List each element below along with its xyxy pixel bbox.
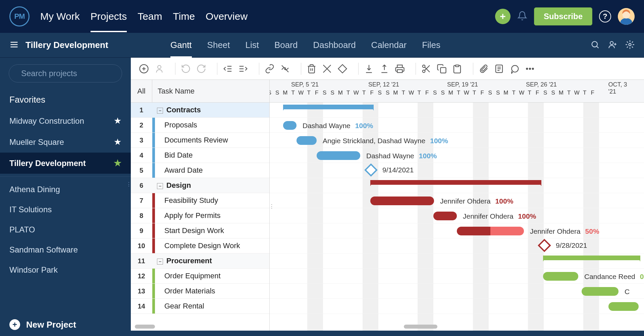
more-icon[interactable]	[525, 64, 535, 74]
assign-icon[interactable]	[154, 64, 164, 74]
diamond-icon[interactable]	[337, 64, 347, 74]
star-icon[interactable]: ★	[114, 116, 121, 126]
undo-icon[interactable]	[181, 64, 191, 74]
star-icon[interactable]: ★	[114, 158, 121, 168]
panel-resize-handle[interactable]: ⋮	[270, 203, 274, 210]
sidebar-item-athena-dining[interactable]: Athena Dining	[0, 179, 131, 200]
indent-icon[interactable]	[238, 64, 248, 74]
chart-scroll-thumb[interactable]	[404, 325, 437, 329]
task-row[interactable]: 1−Contracts	[131, 103, 269, 118]
topnav-team[interactable]: Team	[138, 1, 162, 32]
settings-icon[interactable]	[625, 40, 635, 51]
add-task-icon[interactable]	[139, 64, 149, 74]
unlink-icon[interactable]	[280, 64, 290, 74]
tab-files[interactable]: Files	[422, 33, 440, 58]
user-avatar[interactable]	[618, 8, 635, 25]
task-row[interactable]: 14Gear Rental	[131, 299, 269, 314]
milestone[interactable]	[538, 239, 551, 252]
summary-bar[interactable]	[543, 256, 640, 260]
tab-gantt[interactable]: Gantt	[170, 33, 192, 58]
cut-icon[interactable]	[421, 64, 431, 74]
summary-bar[interactable]	[370, 180, 541, 185]
topnav-projects[interactable]: Projects	[91, 1, 127, 32]
task-bar[interactable]: Dashad Wayne100%	[317, 151, 360, 160]
task-bar[interactable]: Jennifer Ohdera100%	[433, 212, 457, 220]
delete-icon[interactable]	[307, 64, 317, 74]
topnav-my-work[interactable]: My Work	[40, 1, 80, 32]
task-bar[interactable]: Angie Strickland, Dashad Wayne100%	[297, 136, 317, 145]
star-icon[interactable]: ★	[114, 137, 121, 147]
milestone[interactable]	[364, 163, 378, 177]
print-icon[interactable]	[395, 64, 405, 74]
global-add-button[interactable]	[495, 9, 511, 24]
attachment-icon[interactable]	[479, 64, 489, 74]
task-bar[interactable]: C	[582, 287, 619, 296]
sidebar-item-it-solutions[interactable]: IT Solutions	[0, 200, 131, 220]
new-project-button[interactable]: + New Project	[0, 313, 131, 336]
sidebar-item-mueller-square[interactable]: Mueller Square★	[0, 131, 131, 153]
task-row[interactable]: 9Start Design Work	[131, 223, 269, 238]
collapse-icon[interactable]: −	[157, 259, 163, 265]
task-row[interactable]: 13Order Materials	[131, 284, 269, 299]
chart-row: Dashad Wayne100%	[270, 148, 644, 163]
task-row[interactable]: 2Proposals	[131, 118, 269, 133]
topnav-overview[interactable]: Overview	[206, 1, 248, 32]
collapse-icon[interactable]: −	[157, 108, 163, 114]
add-user-icon[interactable]	[608, 40, 617, 51]
day-label: M	[392, 90, 400, 102]
import-icon[interactable]	[364, 64, 374, 74]
link-icon[interactable]	[265, 64, 275, 74]
task-scroll-thumb[interactable]	[135, 325, 155, 329]
task-row[interactable]: 10Complete Design Work	[131, 238, 269, 254]
sidebar-item-sandman-software[interactable]: Sandman Software	[0, 240, 131, 260]
open-icon[interactable]	[322, 64, 332, 74]
tab-sheet[interactable]: Sheet	[207, 33, 230, 58]
sidebar-item-windsor-park[interactable]: Windsor Park	[0, 260, 131, 280]
comment-icon[interactable]	[509, 64, 520, 74]
task-row[interactable]: 7Feasibility Study	[131, 193, 269, 208]
summary-bar[interactable]	[283, 105, 374, 109]
search-projects[interactable]	[9, 64, 122, 82]
task-row[interactable]: 5Award Date	[131, 163, 269, 178]
task-bar[interactable]: Candance Reed0	[543, 272, 578, 281]
task-row[interactable]: 6−Design	[131, 178, 269, 193]
task-bar[interactable]: Jennifer Ohdera100%	[370, 197, 434, 205]
task-number: 7	[131, 197, 152, 205]
task-bar[interactable]	[608, 302, 639, 311]
search-icon[interactable]	[590, 40, 600, 51]
notes-icon[interactable]	[494, 64, 504, 74]
sidebar-item-midway-construction[interactable]: Midway Construction★	[0, 110, 131, 131]
search-input[interactable]	[21, 69, 121, 78]
sidebar-item-tillery-development[interactable]: Tillery Development★	[0, 153, 131, 174]
task-row[interactable]: 4Bid Date	[131, 148, 269, 163]
task-bar[interactable]: Jennifer Ohdera50%	[457, 227, 524, 235]
tab-dashboard[interactable]: Dashboard	[313, 33, 356, 58]
copy-icon[interactable]	[437, 64, 447, 74]
task-bar[interactable]: Dashad Wayne100%	[283, 121, 297, 130]
chart-panel[interactable]: ⋮ SEP, 5 '21SEP, 12 '21SEP, 19 '21SEP, 2…	[270, 80, 644, 331]
task-row[interactable]: 3Documents Review	[131, 133, 269, 148]
menu-icon[interactable]	[9, 40, 19, 51]
task-row[interactable]: 11−Procurement	[131, 254, 269, 269]
logo[interactable]: PM	[9, 6, 30, 26]
redo-icon[interactable]	[196, 64, 206, 74]
subscribe-button[interactable]: Subscribe	[534, 7, 592, 25]
chart-body[interactable]: Dashad Wayne100%Angie Strickland, Dashad…	[270, 103, 644, 331]
export-icon[interactable]	[379, 64, 389, 74]
sidebar-item-plato[interactable]: PLATO	[0, 220, 131, 240]
tab-calendar[interactable]: Calendar	[371, 33, 407, 58]
tab-board[interactable]: Board	[274, 33, 298, 58]
task-row[interactable]: 8Apply for Permits	[131, 208, 269, 223]
collapse-icon[interactable]: −	[157, 183, 163, 189]
topnav-time[interactable]: Time	[173, 1, 195, 32]
task-header-all[interactable]: All	[131, 80, 152, 102]
task-row[interactable]: 12Order Equipment	[131, 269, 269, 284]
outdent-icon[interactable]	[223, 64, 233, 74]
task-name: −Procurement	[155, 257, 269, 265]
task-header-name[interactable]: Task Name	[152, 80, 269, 102]
notifications-icon[interactable]	[517, 11, 527, 22]
paste-icon[interactable]	[452, 64, 462, 74]
tab-list[interactable]: List	[246, 33, 259, 58]
bar-label: C	[619, 288, 634, 296]
help-icon[interactable]: ?	[599, 10, 611, 22]
